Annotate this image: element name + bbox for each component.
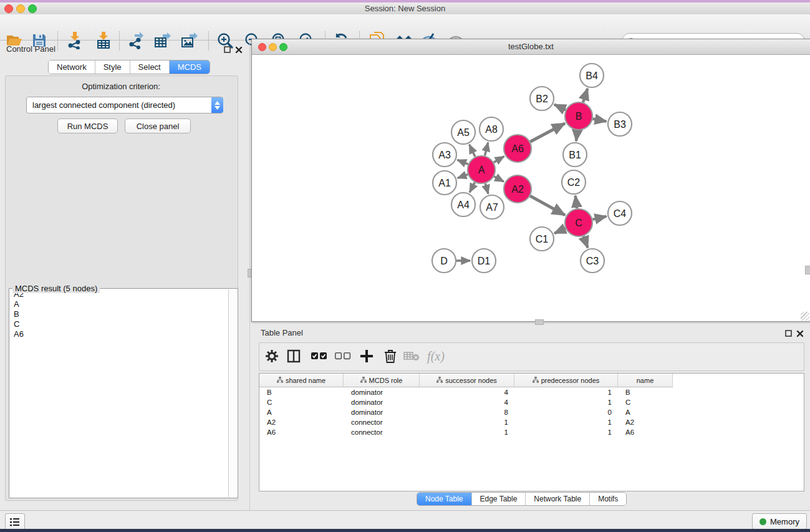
column-header-name[interactable]: name: [618, 374, 673, 387]
node-label-A8: A8: [485, 124, 498, 135]
edge-A6-B[interactable]: [530, 123, 565, 142]
edge-C-C2[interactable]: [576, 196, 577, 208]
result-scrollbar[interactable]: [228, 289, 237, 497]
table-row[interactable]: Cdominator41C: [259, 397, 804, 407]
edge-A-A7[interactable]: [485, 183, 488, 194]
node-label-C1: C1: [536, 234, 549, 244]
result-item[interactable]: B: [10, 309, 229, 319]
export-image-icon[interactable]: [179, 30, 200, 51]
edge-A-A1[interactable]: [458, 175, 468, 178]
window-resize-grip[interactable]: [801, 312, 809, 321]
table-float-panel-icon[interactable]: [785, 329, 793, 336]
function-builder-icon[interactable]: f(x): [427, 347, 445, 365]
node-label-A6: A6: [511, 143, 524, 154]
cell-shared_name: A6: [259, 428, 344, 436]
edge-B-B4[interactable]: [583, 89, 587, 102]
table-close-panel-icon[interactable]: [796, 329, 804, 336]
mcds-result-box: A2ABCA6: [9, 288, 238, 498]
horizontal-splitter-handle[interactable]: [535, 319, 544, 325]
column-header-predecessor-nodes[interactable]: predecessor nodes: [514, 374, 618, 387]
mcds-result-title: MCDS result (5 nodes): [12, 284, 100, 293]
node-label-D: D: [440, 256, 448, 266]
node-label-B: B: [576, 111, 582, 122]
control-panel-title: Control Panel: [6, 44, 55, 54]
edge-A-A3[interactable]: [457, 160, 468, 164]
edge-A-A5[interactable]: [470, 145, 475, 157]
export-network-icon[interactable]: [125, 30, 147, 51]
result-item[interactable]: C: [10, 319, 229, 329]
cell-shared_name: A: [259, 409, 344, 416]
edge-C-C4[interactable]: [592, 216, 606, 220]
float-panel-icon[interactable]: [224, 45, 231, 52]
table-row[interactable]: Adominator80A: [259, 407, 804, 417]
edge-A2-C[interactable]: [530, 196, 565, 215]
result-item[interactable]: A6: [10, 329, 229, 339]
shared-column-icon: [277, 377, 283, 384]
deselect-all-icon[interactable]: [334, 347, 352, 365]
tab-mcds[interactable]: MCDS: [169, 60, 210, 74]
node-label-C2: C2: [567, 177, 581, 188]
network-graph[interactable]: AA5A8A3A1A4A7A6A2BB4B2B3B1CC2C4C1C3DD1: [252, 55, 809, 321]
column-header-successor-nodes[interactable]: successor nodes: [420, 374, 514, 387]
network-canvas[interactable]: AA5A8A3A1A4A7A6A2BB4B2B3B1CC2C4C1C3DD1: [252, 55, 810, 321]
column-header-MCDS-role[interactable]: MCDS role: [344, 374, 420, 387]
edge-C-C1[interactable]: [554, 228, 566, 233]
network-window-titlebar: testGlobe.txt: [252, 39, 810, 55]
tab-node-table[interactable]: Node Table: [417, 493, 471, 505]
criterion-value: largest connected component (directed): [27, 100, 211, 110]
add-column-icon[interactable]: [357, 347, 376, 365]
node-label-C4: C4: [614, 208, 627, 219]
dropdown-stepper-icon: [211, 97, 223, 113]
table-rows: Bdominator41BCdominator41CAdominator80AA…: [259, 387, 804, 437]
column-header-shared-name[interactable]: shared name: [259, 374, 344, 387]
tab-network-table[interactable]: Network Table: [525, 493, 589, 505]
right-edge-handle[interactable]: [805, 266, 810, 274]
cell-name: A: [618, 409, 673, 416]
cell-name: A6: [618, 428, 673, 436]
result-item[interactable]: A: [10, 299, 229, 309]
edge-B-B3[interactable]: [593, 118, 607, 121]
delete-table-icon[interactable]: [402, 347, 421, 365]
node-label-B3: B3: [614, 119, 626, 130]
export-table-icon[interactable]: [152, 30, 173, 51]
edge-A-A2[interactable]: [494, 177, 504, 181]
cell-name: C: [618, 399, 673, 406]
cell-mcds_role: dominator: [344, 409, 420, 416]
edge-C-C3[interactable]: [584, 236, 588, 248]
cell-predecessor_nodes: 1: [514, 428, 618, 436]
delete-icon[interactable]: [381, 347, 400, 365]
edge-B-B2[interactable]: [554, 104, 566, 110]
edge-A-A6[interactable]: [494, 157, 504, 163]
tab-network[interactable]: Network: [49, 60, 95, 74]
tab-motifs[interactable]: Motifs: [589, 493, 626, 505]
table-row[interactable]: A6connector11A6: [259, 427, 804, 437]
mcds-result-list[interactable]: A2ABCA6: [10, 289, 229, 497]
table-row[interactable]: Bdominator41B: [259, 387, 804, 397]
tab-style[interactable]: Style: [95, 60, 130, 74]
shared-column-icon: [533, 377, 539, 384]
column-layout-icon[interactable]: [284, 347, 303, 365]
edge-A-A4[interactable]: [470, 182, 475, 192]
list-icon: [10, 518, 20, 526]
network-window-title: testGlobe.txt: [252, 42, 810, 51]
edge-B-B1[interactable]: [576, 130, 577, 141]
task-history-button[interactable]: [5, 513, 25, 531]
criterion-dropdown[interactable]: largest connected component (directed): [26, 97, 223, 114]
table-row[interactable]: A2connector11A2: [259, 417, 804, 427]
memory-status-icon: [759, 518, 766, 525]
close-panel-icon[interactable]: [235, 45, 243, 52]
close-panel-button[interactable]: Close panel: [125, 118, 191, 133]
cell-name: B: [618, 389, 673, 396]
import-network-icon[interactable]: [64, 30, 85, 51]
run-mcds-button[interactable]: Run MCDS: [57, 118, 118, 133]
tab-edge-table[interactable]: Edge Table: [471, 493, 526, 505]
node-label-A3: A3: [438, 150, 451, 160]
table-toolbar: f(x): [259, 342, 804, 371]
tab-select[interactable]: Select: [130, 60, 169, 74]
gear-icon[interactable]: [263, 347, 281, 365]
import-table-icon[interactable]: [93, 30, 114, 51]
memory-button[interactable]: Memory: [752, 513, 807, 530]
select-all-check-icon[interactable]: [310, 347, 329, 365]
edge-A-A8[interactable]: [485, 142, 488, 155]
node-label-C3: C3: [586, 256, 599, 266]
